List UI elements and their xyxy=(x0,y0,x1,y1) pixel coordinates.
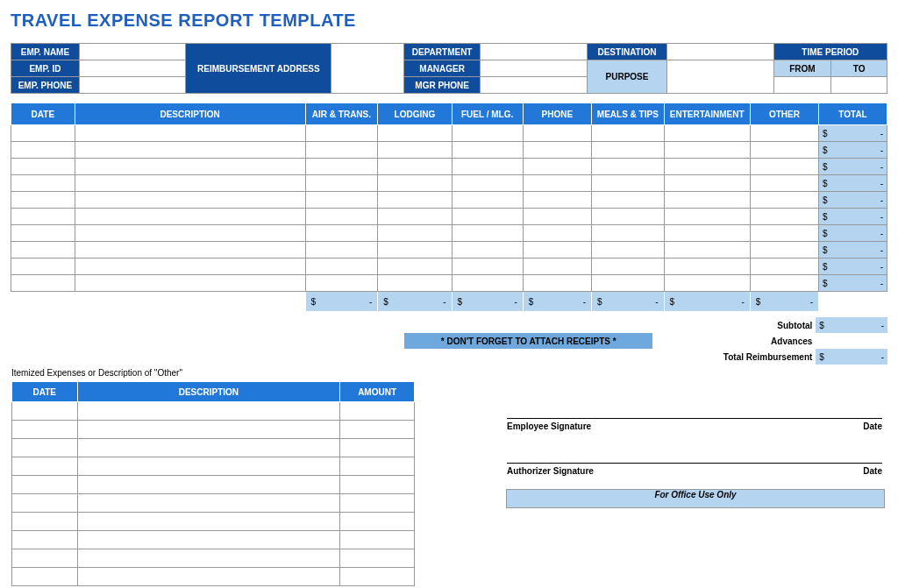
label-mgr-phone: MGR PHONE xyxy=(403,77,480,94)
sum-other: $- xyxy=(750,292,818,312)
row-total: $- xyxy=(819,259,887,275)
sum-ent: $- xyxy=(664,292,750,312)
label-destination: DESTINATION xyxy=(587,44,667,60)
column-sum-row: $- $- $- $- $- $- $- xyxy=(11,292,887,312)
header-table: EMP. NAME REIMBURSEMENT ADDRESS DEPARTME… xyxy=(11,43,887,94)
input-department[interactable] xyxy=(481,44,587,60)
label-emp-id: EMP. ID xyxy=(11,60,80,77)
label-emp-phone: EMP. PHONE xyxy=(11,77,80,94)
label-purpose: PURPOSE xyxy=(587,60,667,94)
input-emp-name[interactable] xyxy=(79,44,185,60)
label-department: DEPARTMENT xyxy=(403,44,480,60)
row-total: $- xyxy=(819,175,887,192)
input-manager[interactable] xyxy=(481,60,587,77)
table-row: $- xyxy=(11,192,887,209)
row-total: $- xyxy=(819,159,887,175)
row-total: $- xyxy=(819,142,887,159)
table-row xyxy=(12,513,415,531)
col-phone: PHONE xyxy=(523,103,591,125)
itemized-table: DATE DESCRIPTION AMOUNT xyxy=(11,381,415,586)
input-emp-id[interactable] xyxy=(79,60,185,77)
label-emp-name: EMP. NAME xyxy=(11,44,80,60)
col-desc2: DESCRIPTION xyxy=(77,382,340,402)
col-date: DATE xyxy=(11,103,75,125)
label-from: FROM xyxy=(773,60,831,77)
col-meals: MEALS & TIPS xyxy=(592,103,665,125)
label-auth-sig: Authorizer Signature xyxy=(506,464,797,477)
table-row xyxy=(12,476,415,494)
label-to: TO xyxy=(831,60,887,77)
table-row: $- xyxy=(11,142,887,159)
expense-table: DATE DESCRIPTION AIR & TRANS. LODGING FU… xyxy=(11,103,887,312)
label-time-period: TIME PERIOD xyxy=(773,44,887,60)
auth-sig-line[interactable] xyxy=(507,463,882,464)
table-row: $- xyxy=(11,175,887,192)
label-date2: Date xyxy=(797,464,883,477)
table-row: $- xyxy=(11,275,887,292)
office-use-box: For Office Use Only xyxy=(506,489,885,508)
col-air: AIR & TRANS. xyxy=(305,103,378,125)
table-row xyxy=(12,549,415,568)
page-title: TRAVEL EXPENSE REPORT TEMPLATE xyxy=(11,11,887,31)
table-row xyxy=(12,402,415,421)
label-reimb-addr: REIMBURSEMENT ADDRESS xyxy=(186,44,331,94)
col-total: TOTAL xyxy=(819,103,887,125)
input-to[interactable] xyxy=(831,77,887,94)
table-row xyxy=(12,457,415,476)
table-row xyxy=(12,439,415,457)
col-desc: DESCRIPTION xyxy=(75,103,305,125)
label-manager: MANAGER xyxy=(403,60,480,77)
col-lodging: LODGING xyxy=(378,103,452,125)
col-fuel: FUEL / MLG. xyxy=(452,103,523,125)
table-row xyxy=(12,531,415,549)
table-row: $- xyxy=(11,125,887,142)
row-total: $- xyxy=(819,209,887,225)
table-row xyxy=(12,494,415,513)
input-from[interactable] xyxy=(773,77,831,94)
sum-phone: $- xyxy=(523,292,591,312)
table-row: $- xyxy=(11,209,887,225)
sum-lodging: $- xyxy=(378,292,452,312)
label-emp-sig: Employee Signature xyxy=(506,420,797,432)
col-ent: ENTERTAINMENT xyxy=(664,103,750,125)
label-date1: Date xyxy=(797,420,883,432)
signature-block: Employee SignatureDate Authorizer Signat… xyxy=(506,391,883,477)
row-total: $- xyxy=(819,275,887,292)
input-reimb-addr[interactable] xyxy=(331,44,403,94)
table-row: $- xyxy=(11,159,887,175)
itemized-caption: Itemized Expenses or Description of "Oth… xyxy=(11,368,424,378)
input-destination[interactable] xyxy=(667,44,773,60)
input-mgr-phone[interactable] xyxy=(481,77,587,94)
table-row xyxy=(12,568,415,586)
input-emp-phone[interactable] xyxy=(79,77,185,94)
col-date2: DATE xyxy=(12,382,78,402)
table-row xyxy=(12,421,415,439)
sum-air: $- xyxy=(305,292,378,312)
table-row: $- xyxy=(11,242,887,259)
sum-fuel: $- xyxy=(452,292,523,312)
row-total: $- xyxy=(819,192,887,209)
row-total: $- xyxy=(819,225,887,242)
sum-meals: $- xyxy=(592,292,665,312)
col-other: OTHER xyxy=(750,103,818,125)
input-purpose[interactable] xyxy=(667,60,773,94)
row-total: $- xyxy=(819,125,887,142)
table-row: $- xyxy=(11,259,887,275)
emp-sig-line[interactable] xyxy=(507,418,882,419)
row-total: $- xyxy=(819,242,887,259)
col-amount: AMOUNT xyxy=(340,382,415,402)
table-row: $- xyxy=(11,225,887,242)
